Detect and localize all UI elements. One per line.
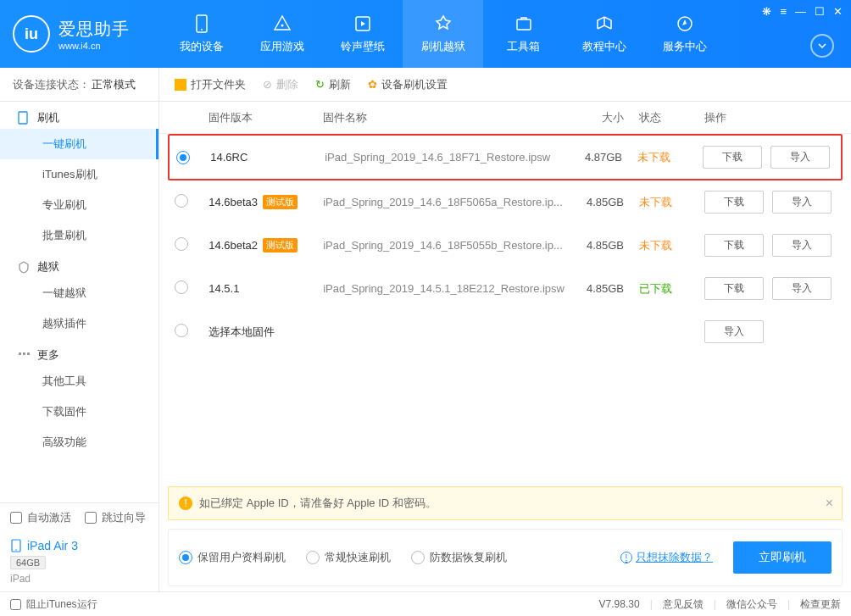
device-settings-button[interactable]: ✿设备刷机设置 [368, 77, 448, 92]
download-button[interactable]: 下载 [704, 277, 764, 300]
delete-icon: ⊘ [263, 78, 272, 91]
nav-item-1[interactable]: 应用游戏 [242, 0, 322, 68]
nav-icon [192, 14, 212, 34]
nav-icon [594, 14, 615, 34]
skip-guide-checkbox[interactable] [85, 512, 97, 524]
sidebar-item[interactable]: 专业刷机 [0, 190, 159, 220]
warning-icon: ! [179, 497, 192, 510]
svg-rect-4 [517, 19, 531, 30]
import-button[interactable]: 导入 [772, 191, 832, 214]
beta-badge: 测试版 [263, 195, 298, 209]
open-folder-button[interactable]: 打开文件夹 [175, 77, 246, 92]
nav-icon [514, 14, 534, 34]
auto-activate-checkbox[interactable] [10, 512, 22, 524]
erase-data-link[interactable]: !只想抹除数据？ [620, 550, 713, 565]
nav-item-6[interactable]: 服务中心 [644, 0, 725, 68]
svg-rect-8 [23, 352, 25, 355]
folder-icon [175, 79, 186, 91]
firmware-row[interactable]: 14.6beta2测试版iPad_Spring_2019_14.6_18F505… [168, 224, 843, 267]
warning-banner: ! 如已绑定 Apple ID，请准备好 Apple ID 和密码。 × [168, 486, 843, 520]
bookmark-icon[interactable]: ❋ [762, 5, 771, 18]
sidebar-item[interactable]: 一键刷机 [0, 129, 159, 159]
sidebar-item[interactable]: 一键越狱 [0, 278, 159, 308]
flash-now-button[interactable]: 立即刷机 [733, 541, 832, 574]
nav-item-3[interactable]: 刷机越狱 [403, 0, 483, 68]
group-icon [17, 348, 31, 362]
window-controls: ❋ ≡ — ☐ ✕ [762, 5, 843, 18]
keep-data-option[interactable]: 保留用户资料刷机 [179, 550, 286, 565]
refresh-button[interactable]: ↻刷新 [315, 77, 351, 92]
block-itunes-label: 阻止iTunes运行 [26, 597, 97, 612]
group-icon [17, 111, 31, 125]
sidebar-item[interactable]: 其他工具 [0, 366, 159, 397]
maximize-icon[interactable]: ☐ [815, 5, 825, 18]
sidebar-item[interactable]: 越狱插件 [0, 308, 159, 339]
flash-options: 保留用户资料刷机 常规快速刷机 防数据恢复刷机 !只想抹除数据？ 立即刷机 [168, 529, 843, 586]
sidebar-group: 越狱 [0, 251, 159, 278]
select-radio[interactable] [175, 194, 188, 208]
nav-item-2[interactable]: 铃声壁纸 [322, 0, 403, 68]
nav-icon [272, 14, 292, 34]
nav-icon [353, 14, 373, 34]
close-icon[interactable]: ✕ [833, 5, 843, 18]
info-icon: ! [620, 552, 632, 563]
nav-item-5[interactable]: 教程中心 [564, 0, 644, 68]
sidebar-item[interactable]: 批量刷机 [0, 220, 159, 251]
brand-logo-icon: iu [13, 15, 50, 53]
select-radio[interactable] [175, 280, 188, 294]
svg-point-11 [15, 549, 17, 551]
brand-subtitle: www.i4.cn [58, 41, 130, 51]
group-icon [17, 260, 31, 274]
sidebar-item[interactable]: 高级功能 [0, 427, 159, 458]
import-button[interactable]: 导入 [770, 146, 830, 169]
firmware-row[interactable]: 14.5.1iPad_Spring_2019_14.5.1_18E212_Res… [168, 267, 843, 310]
import-button[interactable]: 导入 [704, 320, 764, 343]
minimize-icon[interactable]: — [795, 5, 806, 18]
sidebar: 设备连接状态： 正常模式 刷机一键刷机iTunes刷机专业刷机批量刷机越狱一键越… [0, 68, 159, 591]
block-itunes-checkbox[interactable] [10, 599, 21, 610]
tablet-icon [10, 539, 22, 552]
refresh-icon: ↻ [315, 78, 325, 91]
dropdown-button[interactable] [810, 34, 834, 58]
recovery-flash-option[interactable]: 防数据恢复刷机 [411, 550, 507, 565]
download-button[interactable]: 下载 [704, 234, 764, 257]
firmware-row[interactable]: 14.6RCiPad_Spring_2019_14.6_18F71_Restor… [168, 134, 843, 180]
gear-icon: ✿ [368, 78, 377, 91]
nav-icon [675, 14, 695, 34]
select-radio[interactable] [176, 151, 190, 164]
normal-flash-option[interactable]: 常规快速刷机 [306, 550, 391, 565]
svg-point-1 [201, 29, 203, 31]
import-button[interactable]: 导入 [772, 234, 832, 257]
sidebar-item[interactable]: iTunes刷机 [0, 159, 159, 190]
delete-button: ⊘删除 [263, 77, 298, 92]
device-type: iPad [10, 573, 148, 585]
feedback-link[interactable]: 意见反馈 [663, 597, 704, 612]
svg-rect-7 [19, 352, 21, 355]
app-header: iu 爱思助手 www.i4.cn 我的设备应用游戏铃声壁纸刷机越狱工具箱教程中… [0, 0, 851, 68]
sidebar-item[interactable]: 下载固件 [0, 397, 159, 427]
menu-icon[interactable]: ≡ [780, 5, 787, 18]
select-radio[interactable] [175, 324, 188, 337]
firmware-row[interactable]: 选择本地固件导入 [168, 310, 843, 353]
svg-point-2 [281, 25, 283, 27]
svg-rect-6 [19, 112, 27, 124]
brand: iu 爱思助手 www.i4.cn [0, 0, 161, 68]
nav-item-0[interactable]: 我的设备 [161, 0, 242, 68]
import-button[interactable]: 导入 [772, 277, 832, 300]
nav-icon [433, 14, 453, 34]
device-storage: 64GB [10, 556, 46, 569]
check-update-link[interactable]: 检查更新 [800, 597, 841, 612]
firmware-row[interactable]: 14.6beta3测试版iPad_Spring_2019_14.6_18F506… [168, 180, 843, 224]
main-nav: 我的设备应用游戏铃声壁纸刷机越狱工具箱教程中心服务中心 [161, 0, 851, 68]
close-warning-button[interactable]: × [826, 496, 833, 511]
beta-badge: 测试版 [263, 238, 298, 253]
download-button[interactable]: 下载 [703, 146, 762, 169]
svg-rect-9 [27, 352, 30, 355]
nav-item-4[interactable]: 工具箱 [483, 0, 564, 68]
select-radio[interactable] [175, 237, 188, 251]
auto-activate-label: 自动激活 [27, 510, 71, 525]
download-button[interactable]: 下载 [704, 191, 764, 214]
brand-title: 爱思助手 [58, 18, 130, 41]
wechat-link[interactable]: 微信公众号 [726, 597, 777, 612]
sidebar-group: 更多 [0, 339, 159, 366]
